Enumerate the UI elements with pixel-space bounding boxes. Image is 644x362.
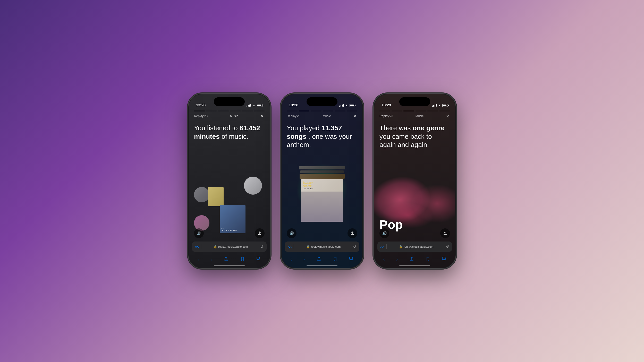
- status-time-3: 13:29: [382, 103, 391, 107]
- bookmarks-button-1[interactable]: [240, 256, 245, 262]
- share-button-1[interactable]: [255, 228, 265, 238]
- text-of-music: of music.: [222, 133, 248, 140]
- share-nav-button-1[interactable]: [224, 256, 228, 262]
- story-header-2: Replay'23 Music ✕: [287, 114, 357, 119]
- dynamic-island-3: [399, 97, 430, 106]
- back-button-2[interactable]: ‹: [290, 257, 292, 262]
- album-rect-1: [208, 187, 224, 206]
- share-nav-button-3[interactable]: [409, 256, 414, 262]
- phone-3: 13:29 ▲: [374, 93, 456, 269]
- apple-music-label-3: Music: [414, 114, 423, 118]
- sound-button-2[interactable]: 🔊: [287, 228, 296, 238]
- replay-label-3: Replay'23: [379, 114, 393, 118]
- back-button-3[interactable]: ‹: [383, 257, 385, 262]
- tabs-button-1[interactable]: [256, 256, 261, 262]
- home-indicator-3: [399, 265, 430, 266]
- apple-music-label-1: Music: [229, 114, 238, 118]
- refresh-button-2[interactable]: ↺: [353, 245, 356, 249]
- wifi-icon-3: ▲: [438, 104, 441, 107]
- signal-icon-1: [247, 104, 251, 107]
- music-text-1: Music: [230, 114, 238, 118]
- status-time-1: 13:28: [196, 103, 206, 107]
- text-you-played: You played: [287, 124, 321, 132]
- share-button-3[interactable]: [440, 228, 450, 238]
- main-text-1: You listened to 61,452 minutes of music.: [194, 124, 265, 141]
- lock-icon-1: 🔒: [214, 245, 217, 248]
- phone-2-screen: 13:28 ▲: [282, 94, 362, 268]
- lana-title: Did you knowthat there's atunnel underOc…: [303, 181, 341, 187]
- status-icons-3: ▲: [432, 104, 448, 107]
- album-circle-1: [194, 187, 209, 202]
- svg-rect-3: [350, 257, 352, 260]
- url-bar-1[interactable]: 🔒 replay.music.apple.com: [203, 245, 258, 248]
- lock-icon-3: 🔒: [399, 245, 403, 248]
- refresh-button-3[interactable]: ↺: [446, 245, 449, 249]
- signal-icon-3: [432, 104, 437, 107]
- battery-icon-2: [350, 104, 355, 107]
- url-bar-3[interactable]: 🔒 replay.music.apple.com: [389, 245, 444, 248]
- text-genre-highlight: one genre: [413, 124, 445, 132]
- phone-1: 13:28 ▲: [188, 93, 270, 269]
- refresh-button-1[interactable]: ↺: [260, 245, 264, 249]
- phone-2-headline: You played 11,357 songs , one was your a…: [287, 124, 357, 149]
- forward-button-1[interactable]: ›: [211, 257, 212, 262]
- bookmarks-button-3[interactable]: [426, 256, 430, 262]
- tabs-button-3[interactable]: [442, 256, 446, 262]
- progress-bars-1: [194, 111, 265, 111]
- aa-label-1[interactable]: AA: [195, 245, 199, 248]
- tabs-button-2[interactable]: [349, 256, 354, 262]
- replay-label-2: Replay'23: [287, 114, 300, 118]
- browser-bar-3: AA 🔒 replay.music.apple.com ↺: [377, 242, 452, 252]
- progress-bars-3: [379, 111, 450, 111]
- battery-icon-1: [257, 104, 262, 107]
- battery-icon-3: [442, 104, 448, 107]
- album-circle-2: [244, 177, 262, 195]
- bottom-controls-3: 🔊: [379, 228, 450, 238]
- main-text-3: There was one genre you came back to aga…: [379, 124, 450, 149]
- status-icons-1: ▲: [247, 104, 262, 107]
- close-button-2[interactable]: ✕: [352, 114, 357, 119]
- aa-label-3[interactable]: AA: [380, 245, 384, 248]
- bookmarks-button-2[interactable]: [333, 256, 337, 262]
- story-header-1: Replay'23 Music ✕: [194, 114, 265, 119]
- story-header-3: Replay'23 Music ✕: [379, 114, 450, 119]
- phone-2: 13:28 ▲: [281, 93, 363, 269]
- phone-1-screen: 13:28 ▲: [189, 94, 270, 268]
- sound-button-3[interactable]: 🔊: [379, 228, 389, 238]
- url-text-3: replay.music.apple.com: [404, 245, 433, 248]
- share-nav-button-2[interactable]: [317, 256, 321, 262]
- phone-3-headline: There was one genre you came back to aga…: [379, 124, 450, 149]
- lock-icon-2: 🔒: [306, 245, 310, 248]
- url-text-1: replay.music.apple.com: [218, 245, 248, 248]
- text-you-listened: You listened to: [194, 124, 240, 132]
- dynamic-island-1: [214, 97, 245, 106]
- phone-1-inner: 13:28 ▲: [189, 94, 270, 268]
- wifi-icon-1: ▲: [252, 104, 256, 107]
- progress-bars-2: [287, 111, 357, 111]
- record-stack: [299, 166, 345, 179]
- phone-3-screen: 13:29 ▲: [374, 94, 455, 268]
- browser-nav-2: ‹ ›: [282, 253, 362, 266]
- forward-button-2[interactable]: ›: [303, 257, 305, 262]
- sound-button-1[interactable]: 🔊: [194, 228, 204, 238]
- close-button-3[interactable]: ✕: [445, 114, 450, 119]
- bottom-controls-2: 🔊: [287, 228, 357, 238]
- browser-bar-2: AA 🔒 replay.music.apple.com ↺: [285, 242, 359, 252]
- phone-1-headline: You listened to 61,452 minutes of music.: [194, 124, 265, 141]
- share-button-2[interactable]: [348, 228, 357, 238]
- close-button-1[interactable]: ✕: [259, 114, 265, 119]
- status-icons-2: ▲: [339, 104, 355, 107]
- lana-artist: Lana Del Rey: [303, 188, 341, 189]
- text-you-came-back: you came back to again and again.: [379, 133, 432, 149]
- url-text-2: replay.music.apple.com: [311, 245, 341, 248]
- aa-label-2[interactable]: AA: [288, 245, 292, 248]
- phones-container: 13:28 ▲: [188, 93, 456, 269]
- url-bar-2[interactable]: 🔒 replay.music.apple.com: [296, 245, 351, 248]
- svg-rect-1: [257, 257, 259, 260]
- back-button-1[interactable]: ‹: [198, 257, 199, 262]
- main-text-2: You played 11,357 songs , one was your a…: [287, 124, 357, 149]
- home-indicator-2: [307, 265, 337, 266]
- forward-button-3[interactable]: ›: [396, 257, 398, 262]
- dynamic-island-2: [307, 97, 337, 106]
- music-text-3: Music: [416, 114, 423, 118]
